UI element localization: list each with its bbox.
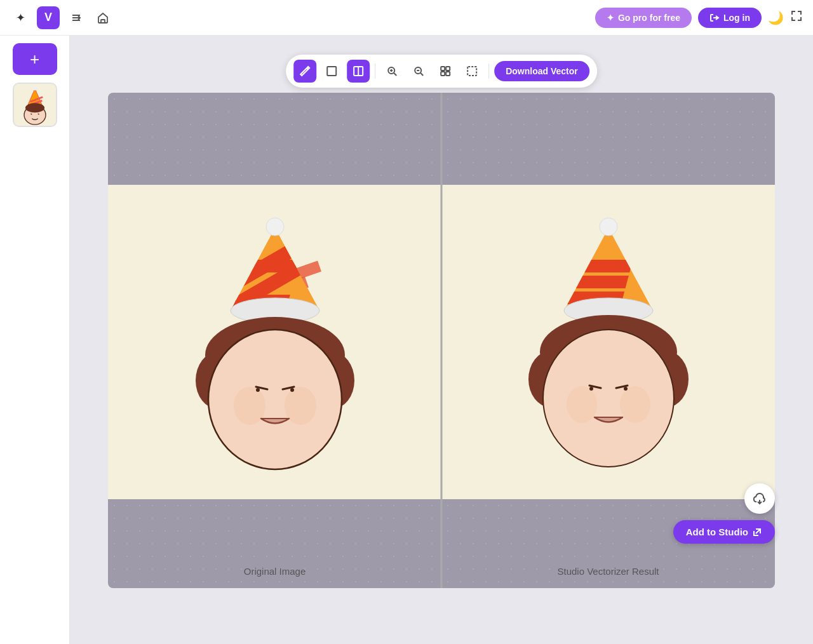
add-to-studio-label: Add to Studio: [686, 527, 748, 537]
original-panel-top: [108, 93, 441, 185]
canvas-area: Download Vector: [70, 36, 813, 644]
original-label: Original Image: [244, 566, 306, 577]
header: ✦ V ✦ Go pro for free: [0, 0, 813, 36]
svg-line-19: [394, 73, 396, 76]
zoom-in-button[interactable]: [380, 60, 403, 83]
svg-rect-15: [327, 67, 336, 76]
svg-point-52: [256, 388, 260, 392]
svg-point-66: [567, 386, 597, 423]
login-icon: [709, 13, 720, 23]
plus-icon: +: [30, 50, 39, 69]
home-icon[interactable]: [93, 8, 113, 28]
svg-point-12: [25, 103, 44, 112]
svg-point-67: [620, 386, 650, 423]
add-to-studio-button[interactable]: Add to Studio: [673, 520, 775, 544]
dark-mode-icon[interactable]: 🌙: [768, 10, 784, 25]
zoom-out-button[interactable]: [407, 60, 430, 83]
result-label: Studio Vectorizer Result: [557, 566, 659, 577]
main-layout: +: [0, 36, 813, 644]
split-view-button[interactable]: [347, 60, 370, 83]
svg-rect-25: [441, 67, 445, 70]
go-pro-button[interactable]: ✦ Go pro for free: [595, 8, 692, 28]
v-logo-icon[interactable]: V: [37, 6, 60, 29]
download-vector-button[interactable]: Download Vector: [494, 61, 589, 81]
svg-line-13: [30, 114, 32, 114]
add-to-studio-container: Add to Studio: [673, 483, 775, 544]
add-image-button[interactable]: +: [13, 43, 57, 75]
header-left: ✦ V: [10, 6, 589, 29]
svg-point-47: [208, 330, 342, 469]
svg-line-14: [37, 114, 39, 114]
grid-view-button[interactable]: [434, 60, 457, 83]
svg-point-43: [266, 218, 284, 236]
split-divider: [441, 93, 443, 588]
svg-point-71: [624, 387, 628, 391]
cloud-save-button[interactable]: [744, 483, 775, 514]
crop-tool-button[interactable]: [320, 60, 343, 83]
original-panel-bottom: Original Image: [108, 499, 441, 588]
image-thumbnail[interactable]: [13, 83, 57, 127]
export-icon: [752, 527, 762, 537]
svg-rect-26: [446, 67, 450, 70]
fullscreen-icon[interactable]: [790, 10, 803, 25]
sort-icon[interactable]: [66, 8, 86, 28]
svg-point-61: [600, 218, 617, 236]
pen-tool-button[interactable]: [293, 60, 316, 83]
magic-select-button[interactable]: [460, 60, 483, 83]
svg-point-53: [290, 388, 294, 392]
header-right: ✦ Go pro for free Log in 🌙: [595, 8, 803, 28]
result-panel-top: [441, 93, 775, 185]
original-panel: Original Image: [108, 93, 441, 588]
svg-rect-27: [441, 72, 445, 76]
svg-rect-3: [101, 20, 105, 23]
svg-rect-58: [523, 276, 628, 288]
toolbar: Download Vector: [286, 55, 597, 88]
toolbar-divider: [375, 64, 375, 79]
sidebar: +: [0, 36, 70, 644]
svg-point-70: [589, 387, 593, 391]
sparkle-icon: ✦: [10, 8, 30, 28]
go-pro-label: Go pro for free: [618, 13, 680, 23]
go-pro-sparkle-icon: ✦: [607, 13, 614, 23]
login-button[interactable]: Log in: [698, 8, 762, 28]
download-vector-label: Download Vector: [506, 66, 578, 76]
svg-rect-39: [194, 260, 299, 272]
svg-rect-28: [446, 72, 450, 76]
svg-point-10: [33, 87, 37, 91]
toolbar-divider-2: [488, 64, 489, 79]
svg-rect-29: [467, 67, 476, 76]
svg-point-65: [543, 330, 674, 467]
svg-rect-57: [528, 260, 633, 272]
original-panel-content: [108, 185, 441, 499]
svg-line-23: [420, 73, 423, 76]
result-panel-content: [441, 185, 775, 499]
login-label: Log in: [723, 13, 750, 23]
